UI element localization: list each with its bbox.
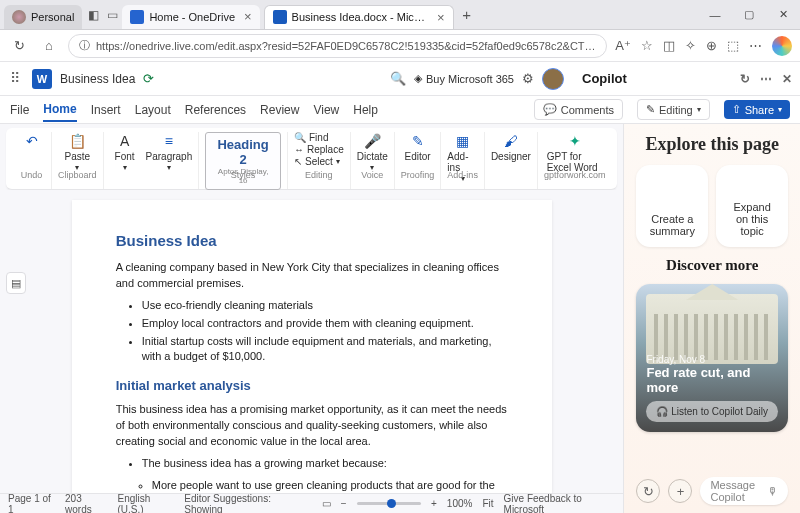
doc-subbullet: More people want to use green cleaning p… — [152, 478, 508, 493]
document-title[interactable]: Business Idea — [60, 72, 135, 86]
gpt-button[interactable]: ✦GPT for Excel Word — [547, 132, 603, 173]
find-button[interactable]: 🔍Find — [294, 132, 344, 143]
doc-h1: Business Idea — [116, 230, 508, 252]
tab-home[interactable]: Home — [43, 98, 76, 122]
workspaces-icon[interactable]: ◧ — [88, 8, 99, 22]
designer-button[interactable]: 🖌Designer — [491, 132, 531, 162]
editing-mode-button[interactable]: ✎Editing▾ — [637, 99, 710, 120]
tab-file[interactable]: File — [10, 99, 29, 121]
zoom-level[interactable]: 100% — [447, 498, 473, 509]
extensions-icon[interactable]: ⬚ — [727, 38, 739, 53]
style-gallery[interactable]: Heading 2 Aptos Display, 16 — [205, 132, 281, 190]
comment-icon: 💬 — [543, 103, 557, 116]
doc-bullet: Employ local contractors and provide the… — [142, 316, 508, 332]
copilot-news-card[interactable]: Friday, Nov 8 Fed rate cut, and more 🎧 L… — [636, 284, 788, 432]
onedrive-icon — [130, 10, 144, 24]
url-field[interactable]: ⓘ https://onedrive.live.com/edit.aspx?re… — [68, 34, 607, 58]
doc-p: This business idea has a promising marke… — [116, 402, 508, 450]
tab-insert[interactable]: Insert — [91, 99, 121, 121]
select-button[interactable]: ↖Select▾ — [294, 156, 344, 167]
share-button[interactable]: ⇧Share▾ — [724, 100, 790, 119]
search-button[interactable]: 🔍 — [390, 71, 406, 86]
doc-p: A cleaning company based in New York Cit… — [116, 260, 508, 292]
zoom-in-button[interactable]: + — [431, 498, 437, 509]
more-icon[interactable]: ⋯ — [749, 38, 762, 53]
tab-review[interactable]: Review — [260, 99, 299, 121]
editor-suggestions[interactable]: Editor Suggestions: Showing — [184, 493, 302, 514]
collections-icon[interactable]: ⊕ — [706, 38, 717, 53]
editor-button[interactable]: ✎Editor — [403, 132, 433, 162]
collections-icon[interactable]: ▭ — [107, 8, 118, 22]
favorites-bar-icon[interactable]: ✧ — [685, 38, 696, 53]
page: Business Idea A cleaning company based i… — [72, 200, 552, 493]
saved-cloud-icon[interactable]: ⟳ — [143, 71, 154, 86]
replace-icon: ↔ — [294, 144, 304, 155]
more-icon[interactable]: ⋯ — [760, 72, 772, 86]
split-icon[interactable]: ◫ — [663, 38, 675, 53]
zoom-slider[interactable] — [357, 502, 421, 505]
doc-bullet: The business idea has a growing market b… — [142, 456, 508, 472]
pencil-icon: ✎ — [646, 103, 655, 116]
tab-help[interactable]: Help — [353, 99, 378, 121]
refresh-icon[interactable]: ↻ — [740, 72, 750, 86]
site-info-icon[interactable]: ⓘ — [79, 38, 90, 53]
font-button[interactable]: AFont▾ — [110, 132, 140, 172]
copilot-card-summary[interactable]: Create a summary — [636, 165, 708, 247]
close-icon[interactable]: × — [244, 9, 252, 24]
browser-tab-onedrive[interactable]: Home - OneDrive × — [122, 5, 259, 29]
refresh-button[interactable]: ↻ — [8, 38, 30, 53]
maximize-button[interactable]: ▢ — [732, 0, 766, 30]
close-icon[interactable]: ✕ — [782, 72, 792, 86]
favorite-icon[interactable]: ☆ — [641, 38, 653, 53]
window-titlebar: Personal ◧ ▭ Home - OneDrive × Business … — [0, 0, 800, 30]
tab-label: Business Idea.docx - Microsoft W — [292, 11, 428, 23]
word-logo-icon: W — [32, 69, 52, 89]
home-button[interactable]: ⌂ — [38, 38, 60, 53]
tab-label: Home - OneDrive — [149, 11, 235, 23]
tab-layout[interactable]: Layout — [135, 99, 171, 121]
replace-button[interactable]: ↔Replace — [294, 144, 344, 155]
undo-button[interactable]: ↶ — [17, 132, 47, 150]
cursor-icon: ↖ — [294, 156, 302, 167]
navigation-pane-toggle[interactable]: ▤ — [6, 272, 26, 294]
history-button[interactable]: ↻ — [636, 479, 660, 503]
read-aloud-icon[interactable]: A⁺ — [615, 38, 631, 53]
doc-bullet: Use eco-friendly cleaning materials — [142, 298, 508, 314]
doc-h2: Initial market analysis — [116, 377, 508, 396]
new-chat-button[interactable]: + — [668, 479, 692, 503]
page-indicator[interactable]: Page 1 of 1 — [8, 493, 55, 514]
zoom-out-button[interactable]: − — [341, 498, 347, 509]
listen-button[interactable]: 🎧 Listen to Copilot Daily — [646, 401, 778, 422]
document-canvas[interactable]: Business Idea A cleaning company based i… — [0, 190, 623, 493]
comments-button[interactable]: 💬Comments — [534, 99, 623, 120]
mic-icon[interactable]: 🎙 — [767, 485, 778, 497]
new-tab-button[interactable]: + — [454, 6, 480, 23]
dictate-button[interactable]: 🎤Dictate▾ — [357, 132, 388, 172]
close-button[interactable]: ✕ — [766, 0, 800, 30]
avatar[interactable] — [542, 68, 564, 90]
profile-tab[interactable]: Personal — [4, 5, 82, 29]
paragraph-button[interactable]: ≡Paragraph▾ — [146, 132, 193, 172]
app-launcher-icon[interactable]: ⠿ — [6, 70, 24, 88]
language[interactable]: English (U.S.) — [117, 493, 174, 514]
word-count[interactable]: 203 words — [65, 493, 107, 514]
headphones-icon: 🎧 — [656, 406, 668, 417]
tab-view[interactable]: View — [313, 99, 339, 121]
buy-m365-button[interactable]: ◈ Buy Microsoft 365 — [414, 72, 514, 85]
minimize-button[interactable]: — — [698, 0, 732, 30]
copilot-icon[interactable] — [772, 36, 792, 56]
group-designer — [510, 170, 513, 180]
view-print-icon[interactable]: ▭ — [322, 498, 331, 509]
copilot-pane: Explore this page Create a summary Expan… — [624, 124, 800, 513]
app-header: ⠿ W Business Idea ⟳ 🔍 ◈ Buy Microsoft 36… — [0, 62, 800, 96]
news-date: Friday, Nov 8 — [646, 354, 778, 365]
feedback-link[interactable]: Give Feedback to Microsoft — [504, 493, 616, 514]
copilot-input[interactable]: Message Copilot 🎙 — [700, 477, 788, 505]
fit-button[interactable]: Fit — [482, 498, 493, 509]
paste-button[interactable]: 📋Paste▾ — [62, 132, 92, 172]
settings-icon[interactable]: ⚙ — [522, 71, 534, 86]
tab-references[interactable]: References — [185, 99, 246, 121]
browser-tab-word[interactable]: Business Idea.docx - Microsoft W × — [264, 5, 454, 29]
copilot-card-expand[interactable]: Expand on this topic — [716, 165, 788, 247]
close-icon[interactable]: × — [437, 10, 445, 25]
